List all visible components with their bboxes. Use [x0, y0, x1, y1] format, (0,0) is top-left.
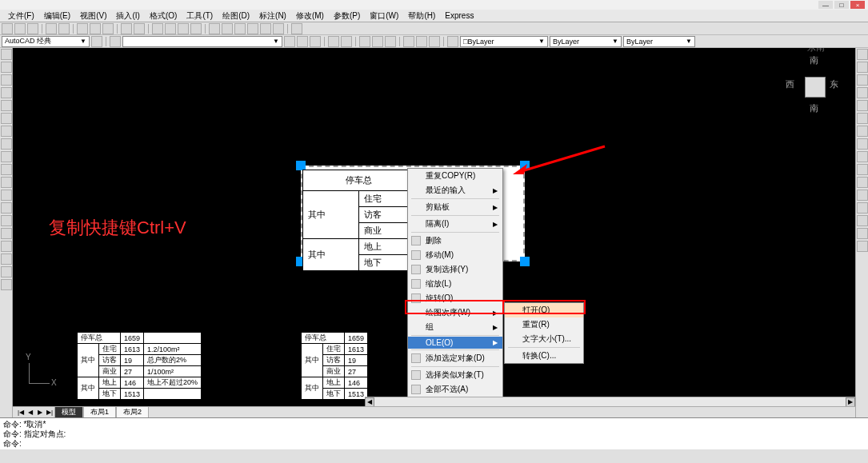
- ctx-delete[interactable]: 删除: [408, 233, 502, 248]
- layer-iso-icon[interactable]: [297, 36, 308, 47]
- dim3-icon[interactable]: [385, 36, 396, 47]
- ctx-addsel[interactable]: 添加选定对象(D): [408, 351, 502, 365]
- sub-open[interactable]: 打开(O): [505, 303, 583, 317]
- tab-last-icon[interactable]: ▶|: [45, 409, 54, 416]
- markup-icon[interactable]: [260, 23, 271, 34]
- xline-icon[interactable]: [1, 241, 12, 252]
- help-icon[interactable]: [291, 23, 302, 34]
- chamfer-icon[interactable]: [857, 215, 868, 226]
- zoom-prev-icon[interactable]: [190, 23, 202, 34]
- point-icon[interactable]: [1, 164, 12, 175]
- rect-icon[interactable]: [1, 100, 12, 111]
- text-icon[interactable]: [1, 138, 12, 150]
- style3-icon[interactable]: [429, 36, 440, 47]
- color-combo[interactable]: □ByLayer ▼: [460, 36, 548, 47]
- copy2-icon[interactable]: [857, 62, 868, 73]
- measure-icon[interactable]: [1, 279, 12, 290]
- trim-icon[interactable]: [857, 164, 868, 175]
- line-icon[interactable]: [1, 49, 12, 60]
- ctx-draworder[interactable]: 绘图次序(W)▶: [408, 305, 502, 320]
- divide-icon[interactable]: [1, 266, 12, 277]
- zoom-win-icon[interactable]: [178, 23, 189, 34]
- dim-icon[interactable]: [359, 36, 370, 47]
- redo-icon[interactable]: [134, 23, 145, 34]
- menu-视图v[interactable]: 视图(V): [75, 10, 111, 22]
- close-button[interactable]: ×: [850, 1, 865, 9]
- layer-combo[interactable]: ▼: [122, 36, 282, 47]
- layer-off-icon[interactable]: [310, 36, 321, 47]
- workspace-combo[interactable]: AutoCAD 经典 ▼: [2, 36, 90, 47]
- menu-格式o[interactable]: 格式(O): [145, 10, 182, 22]
- explode-icon[interactable]: [857, 241, 868, 252]
- dim2-icon[interactable]: [372, 36, 383, 47]
- mirror-icon[interactable]: [857, 74, 868, 86]
- plot-icon[interactable]: [46, 23, 57, 34]
- menu-绘图d[interactable]: 绘图(D): [218, 10, 254, 22]
- menu-express[interactable]: Express: [440, 11, 478, 20]
- extend-icon[interactable]: [857, 177, 868, 188]
- erase-icon[interactable]: [857, 49, 868, 60]
- polyline-icon[interactable]: [1, 62, 12, 73]
- ctx-move[interactable]: 移动(M): [408, 248, 502, 262]
- sheet-icon[interactable]: [247, 23, 258, 34]
- props-icon[interactable]: [209, 23, 220, 34]
- dc-icon[interactable]: [222, 23, 233, 34]
- layer-states-icon[interactable]: [284, 36, 295, 47]
- pan-icon[interactable]: [152, 23, 163, 34]
- preview-icon[interactable]: [58, 23, 70, 34]
- spline-icon[interactable]: [1, 228, 12, 239]
- tab-layout1[interactable]: 布局1: [83, 406, 116, 417]
- sub-textsize[interactable]: 文字大小(T)...: [505, 332, 583, 346]
- style2-icon[interactable]: [416, 36, 427, 47]
- cut-icon[interactable]: [77, 23, 88, 34]
- ray-icon[interactable]: [1, 253, 12, 265]
- menu-标注n[interactable]: 标注(N): [254, 10, 291, 22]
- circle-icon[interactable]: [1, 74, 12, 86]
- style1-icon[interactable]: [403, 36, 414, 47]
- color-icon[interactable]: [447, 36, 458, 47]
- viewcube[interactable]: 东南 南 西 东 南: [783, 48, 847, 128]
- region-icon[interactable]: [1, 177, 12, 188]
- ellipse-icon[interactable]: [1, 113, 12, 124]
- menu-工具t[interactable]: 工具(T): [182, 10, 218, 22]
- arc-icon[interactable]: [1, 87, 12, 98]
- ctx-group[interactable]: 组▶: [408, 320, 502, 334]
- sub-reset[interactable]: 重置(R): [505, 317, 583, 332]
- break-icon[interactable]: [857, 190, 868, 201]
- block-icon[interactable]: [328, 36, 339, 47]
- revcloud-icon[interactable]: [1, 202, 12, 214]
- tab-next-icon[interactable]: ▶: [35, 409, 45, 416]
- menu-修改m[interactable]: 修改(M): [291, 10, 329, 22]
- ctx-clipboard[interactable]: 剪贴板▶: [408, 200, 502, 214]
- ctx-copysel[interactable]: 复制选择(Y): [408, 262, 502, 277]
- new-icon[interactable]: [2, 23, 13, 34]
- ctx-rotate[interactable]: 旋转(O): [408, 291, 502, 305]
- ctx-recent[interactable]: 最近的输入▶: [408, 183, 502, 198]
- horizontal-scrollbar[interactable]: ◀ ▶: [365, 397, 855, 406]
- tab-model[interactable]: 模型: [54, 406, 83, 417]
- layer-mgr-icon[interactable]: [110, 36, 121, 47]
- lineweight-combo[interactable]: ByLayer ▼: [623, 36, 695, 47]
- hatch-icon[interactable]: [1, 126, 12, 137]
- sub-convert[interactable]: 转换(C)...: [505, 349, 583, 363]
- paste-icon[interactable]: [102, 23, 114, 34]
- calc-icon[interactable]: [273, 23, 284, 34]
- table-icon[interactable]: [1, 190, 12, 201]
- menu-文件f[interactable]: 文件(F): [3, 10, 39, 22]
- grip-br[interactable]: [520, 257, 530, 266]
- drawing-canvas[interactable]: 复制快捷键Ctrl+V 停车总 其中住宅 访客 商业 其中地上 地下 停车总16…: [13, 48, 855, 417]
- rotate2-icon[interactable]: [857, 126, 868, 137]
- wipeout-icon[interactable]: [1, 215, 12, 226]
- menu-参数p[interactable]: 参数(P): [329, 10, 365, 22]
- ctx-deselall[interactable]: 全部不选(A): [408, 382, 502, 397]
- menu-窗口w[interactable]: 窗口(W): [365, 10, 403, 22]
- insert-icon[interactable]: [341, 36, 352, 47]
- copy-icon[interactable]: [90, 23, 101, 34]
- ctx-repeat[interactable]: 重复COPY(R): [408, 169, 502, 183]
- menu-插入i[interactable]: 插入(I): [111, 10, 144, 22]
- ctx-ole[interactable]: OLE(O)▶: [408, 337, 502, 349]
- scale2-icon[interactable]: [857, 138, 868, 150]
- mtext-icon[interactable]: [1, 151, 12, 162]
- ctx-isolate[interactable]: 隔离(I)▶: [408, 217, 502, 231]
- ws-gear-icon[interactable]: [91, 36, 102, 47]
